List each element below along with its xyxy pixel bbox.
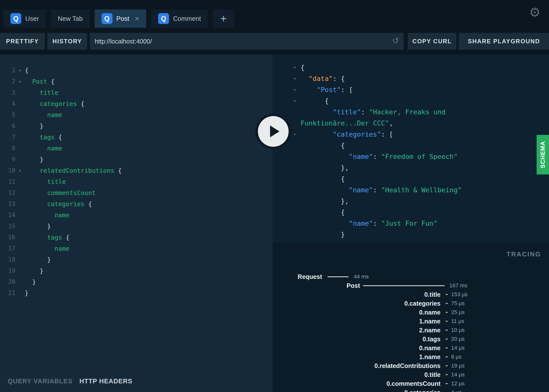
fold-arrow-icon[interactable]: ▾ [15, 65, 25, 76]
trace-bar [445, 365, 448, 366]
editor-footer: QUERY VARIABLES HTTP HEADERS [0, 370, 273, 392]
code-token: { [341, 208, 345, 216]
query-line: 12commentsCount [0, 187, 273, 198]
response-line: ▾"categories": [ [273, 129, 549, 140]
query-line: 3title [0, 87, 273, 98]
code-token: { [341, 142, 345, 149]
code-token: }, [341, 164, 349, 172]
code-text: { [301, 64, 304, 71]
fold-arrow-icon [15, 288, 25, 299]
code-text: { [301, 208, 345, 216]
fold-arrow-icon [15, 98, 25, 109]
fold-arrow-icon[interactable]: ▾ [293, 129, 296, 140]
tab-user[interactable]: QUser [3, 9, 46, 28]
line-number: 20 [0, 276, 15, 288]
trace-duration: 44 ms [354, 272, 369, 281]
tab-post[interactable]: QPost× [95, 9, 146, 28]
code-token: } [40, 156, 43, 163]
copy-curl-button[interactable]: COPY CURL [408, 33, 456, 50]
trace-bar [445, 374, 448, 375]
response-pane[interactable]: ▾{▾"data": {▾"Post": [▾{"title": "Hacker… [273, 54, 549, 243]
endpoint-url-input[interactable] [90, 33, 404, 50]
tracing-rows: Request44 msPost167 ms0.title153 μs0.cat… [273, 243, 549, 392]
tab-new-tab[interactable]: New Tab [51, 9, 90, 28]
trace-row: 0.title14 μs [273, 370, 549, 379]
code-text: { [301, 142, 345, 149]
settings-gear-icon[interactable]: ⚙ [529, 6, 541, 19]
http-headers-tab[interactable]: HTTP HEADERS [80, 377, 133, 385]
query-line: 16tags { [0, 232, 273, 243]
code-text: categories { [25, 98, 273, 109]
trace-bar [445, 294, 448, 295]
code-token: Funktionäre...Der CCC" [301, 119, 389, 127]
code-token: name [55, 212, 69, 219]
code-text: } [25, 265, 273, 276]
endpoint-url-wrap: ↺ [90, 33, 404, 50]
share-playground-button[interactable]: SHARE PLAYGROUND [459, 33, 549, 50]
query-line: 14name [0, 210, 273, 221]
prettify-button[interactable]: PRETTIFY [0, 33, 45, 50]
execute-query-button[interactable] [258, 116, 289, 147]
code-text: } [25, 288, 273, 299]
add-tab-button[interactable]: + [213, 9, 234, 28]
reload-schema-icon[interactable]: ↺ [392, 36, 399, 45]
code-text: } [25, 254, 273, 265]
history-button[interactable]: HISTORY [47, 33, 87, 50]
tab-bar: QUserNew TabQPost×QComment+ ⚙ [0, 0, 549, 28]
code-token: "Post" [317, 86, 341, 94]
fold-arrow-icon [15, 87, 25, 98]
fold-arrow-icon[interactable]: ▾ [293, 62, 296, 73]
code-text: name [25, 143, 273, 154]
close-tab-icon[interactable]: × [135, 15, 139, 23]
response-line: ▾{ [273, 62, 549, 73]
line-number: 19 [0, 265, 15, 276]
code-text: { [25, 65, 273, 76]
line-number: 11 [0, 176, 15, 187]
fold-arrow-icon [15, 221, 25, 232]
fold-arrow-icon[interactable]: ▾ [15, 76, 25, 87]
code-token: title [47, 178, 66, 185]
trace-duration: 12 μs [451, 379, 465, 388]
code-token: commentsCount [47, 189, 96, 196]
results-pane: ▾{▾"data": {▾"Post": [▾{"title": "Hacker… [273, 54, 549, 392]
trace-label: 0.relatedContributions [273, 361, 440, 370]
code-token: }, [341, 197, 349, 205]
query-variables-tab[interactable]: QUERY VARIABLES [8, 377, 73, 385]
code-token: "Freedom of Speech" [381, 153, 458, 160]
code-token: } [25, 290, 28, 297]
code-text: relatedContributions { [25, 165, 273, 176]
response-code: ▾{▾"data": {▾"Post": [▾{"title": "Hacker… [273, 62, 549, 243]
tracing-panel: TRACING Request44 msPost167 ms0.title153… [273, 243, 549, 392]
code-token: : [361, 108, 369, 116]
code-token: } [47, 256, 51, 263]
query-editor-code: 1▾{2▾Post {3title4categories {5name6}7ta… [0, 65, 273, 299]
fold-arrow-icon[interactable]: ▾ [293, 84, 296, 95]
fold-arrow-icon[interactable]: ▾ [293, 73, 296, 84]
code-token: name [47, 111, 62, 119]
code-token: tags [40, 134, 58, 141]
code-text: "data": { [301, 75, 345, 82]
code-token: : [373, 153, 381, 160]
tab-comment[interactable]: QComment [151, 9, 208, 28]
code-text: name [25, 243, 273, 254]
code-token: { [341, 175, 345, 183]
play-icon [270, 125, 279, 137]
tab-label: Post [116, 15, 129, 23]
line-number: 6 [0, 121, 15, 132]
code-token: : [ [341, 86, 353, 94]
trace-row: 0.categories4 μs [273, 388, 549, 392]
query-editor-pane[interactable]: 1▾{2▾Post {3title4categories {5name6}7ta… [0, 54, 273, 392]
code-token: } [40, 122, 43, 130]
line-number: 15 [0, 221, 15, 232]
response-line: Funktionäre...Der CCC", [273, 118, 549, 129]
trace-row: 0.title153 μs [273, 290, 549, 299]
trace-label: 0.tags [273, 335, 440, 343]
schema-sidebar-tab[interactable]: SCHEMA [537, 135, 549, 174]
response-line: ▾{ [273, 95, 549, 106]
fold-arrow-icon[interactable]: ▾ [15, 165, 25, 176]
fold-arrow-icon[interactable]: ▾ [293, 95, 296, 106]
line-number: 9 [0, 154, 15, 165]
trace-label: 0.commentsCount [273, 379, 440, 388]
code-token: "data" [309, 75, 333, 82]
response-line: }, [273, 196, 549, 207]
